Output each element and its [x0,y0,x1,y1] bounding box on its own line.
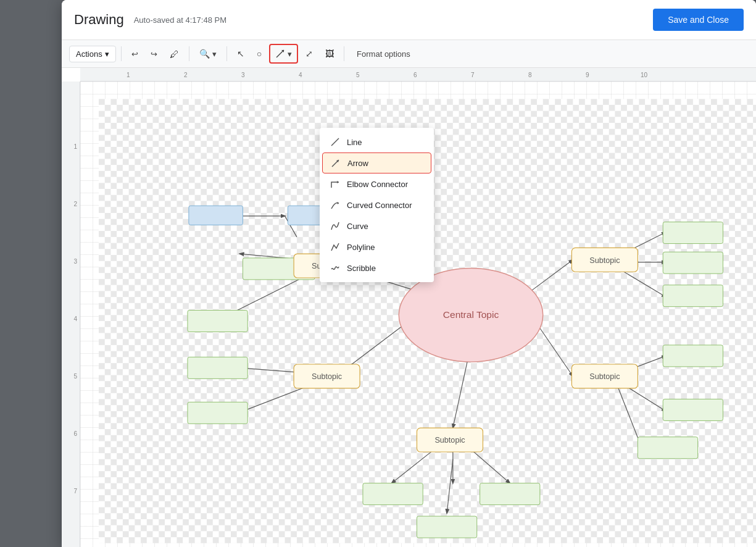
ruler-vmark-7: 7 [73,488,77,495]
zoom-dropdown-icon: ▾ [212,49,217,59]
ruler-vertical: 1 2 3 4 5 6 7 [62,81,80,547]
svg-rect-45 [663,285,723,307]
svg-text:Subtopic: Subtopic [312,372,342,381]
curved-connector-icon [330,199,341,211]
dialog-title: Drawing [74,12,124,28]
toolbar-separator-2 [189,46,189,61]
dropdown-label-curved-connector: Curved Connector [347,201,412,210]
drawing-dialog: Drawing Auto-saved at 4:17:48 PM Save an… [62,0,756,547]
ruler-mark-10: 10 [641,72,647,78]
elbow-connector-icon [330,178,341,190]
svg-text:Subtopic: Subtopic [589,372,620,381]
svg-rect-32 [188,310,247,332]
undo-icon: ↩ [131,49,138,59]
svg-marker-59 [337,181,339,183]
dropdown-item-curved-connector[interactable]: Curved Connector [320,194,434,215]
zoom-icon: 🔍 [199,49,210,59]
ruler-vmark-3: 3 [73,258,77,265]
actions-label: Actions [76,49,102,59]
svg-rect-49 [663,399,723,420]
polyline-icon [330,241,341,253]
ruler-mark-9: 9 [586,72,589,78]
save-close-button[interactable]: Save and Close [653,9,744,31]
undo-button[interactable]: ↩ [127,46,143,62]
paint-format-button[interactable]: 🖊 [165,45,184,63]
ruler-mark-5: 5 [356,72,360,78]
actions-dropdown-icon: ▾ [105,49,109,59]
toolbar: Actions ▾ ↩ ↪ 🖊 🔍 ▾ ↖ ○ [62,40,756,68]
svg-rect-54 [480,483,540,505]
redo-icon: ↪ [151,49,157,59]
svg-rect-48 [663,345,723,367]
shape-icon: ○ [257,49,262,59]
dropdown-item-arrow[interactable]: Arrow [322,152,431,173]
ruler-vmark-5: 5 [73,373,77,380]
svg-rect-50 [638,437,697,459]
svg-rect-55 [417,516,476,538]
dropdown-label-curve: Curve [347,222,368,231]
ruler-mark-4: 4 [299,72,302,78]
move-icon: ⤢ [305,49,313,59]
curve-icon [330,220,341,232]
dialog-header: Drawing Auto-saved at 4:17:48 PM Save an… [62,0,756,40]
line-tool-button[interactable]: ▾ [269,44,298,64]
dropdown-label-elbow: Elbow Connector [347,180,408,189]
zoom-button[interactable]: 🔍 ▾ [194,45,222,62]
svg-rect-44 [663,252,723,274]
canvas-area: 1 2 3 4 5 6 7 8 9 10 1 2 3 4 5 6 7 [62,68,756,547]
ruler-vmark-6: 6 [73,430,77,437]
svg-text:Central Topic: Central Topic [443,309,499,320]
ruler-mark-8: 8 [528,72,532,78]
dropdown-item-line[interactable]: Line [320,132,434,152]
paint-format-icon: 🖊 [170,49,179,59]
background-panel [0,0,68,547]
svg-rect-35 [188,357,247,378]
ruler-mark-1: 1 [127,72,130,78]
ruler-mark-7: 7 [471,72,475,78]
arrow-icon [330,157,341,169]
redo-button[interactable]: ↪ [146,46,162,62]
select-icon: ↖ [237,49,244,59]
shape-button[interactable]: ○ [252,45,267,62]
svg-text:Subtopic: Subtopic [589,256,620,265]
ruler-horizontal: 1 2 3 4 5 6 7 8 9 10 [80,68,756,81]
svg-text:Subtopic: Subtopic [434,436,465,445]
svg-line-56 [331,138,339,146]
dropdown-item-polyline[interactable]: Polyline [320,236,434,257]
toolbar-separator-3 [226,46,227,61]
header-left: Drawing Auto-saved at 4:17:48 PM [74,12,226,28]
image-button[interactable]: 🖼 [320,45,339,62]
dropdown-label-polyline: Polyline [347,243,375,252]
svg-rect-29 [189,206,243,225]
dropdown-item-curve[interactable]: Curve [320,215,434,236]
line-icon [330,136,341,148]
image-icon: 🖼 [325,49,334,59]
toolbar-separator-4 [344,46,344,61]
ruler-mark-6: 6 [413,72,417,78]
move-button[interactable]: ⤢ [301,45,318,62]
line-tool-icon [275,49,285,59]
ruler-mark-3: 3 [241,72,245,78]
select-button[interactable]: ↖ [232,45,249,62]
dropdown-item-elbow[interactable]: Elbow Connector [320,173,434,194]
ruler-vmark-2: 2 [73,201,77,207]
dropdown-label-scribble: Scribble [347,264,376,273]
toolbar-separator-1 [121,46,122,61]
ruler-vmark-4: 4 [73,315,77,322]
svg-rect-53 [363,483,423,505]
ruler-mark-2: 2 [184,72,188,78]
dropdown-label-arrow: Arrow [347,159,368,168]
ruler-vmark-1: 1 [73,143,77,150]
actions-button[interactable]: Actions ▾ [69,46,116,62]
autosaved-text: Auto-saved at 4:17:48 PM [134,15,226,25]
dropdown-item-scribble[interactable]: Scribble [320,257,434,278]
scribble-icon [330,262,341,274]
svg-rect-36 [188,402,247,424]
dropdown-label-line: Line [347,138,362,147]
line-dropdown-menu: Line Arrow [320,128,434,282]
format-options-button[interactable]: Format options [349,46,418,62]
svg-rect-43 [663,222,723,244]
line-tool-dropdown-icon: ▾ [288,49,292,59]
